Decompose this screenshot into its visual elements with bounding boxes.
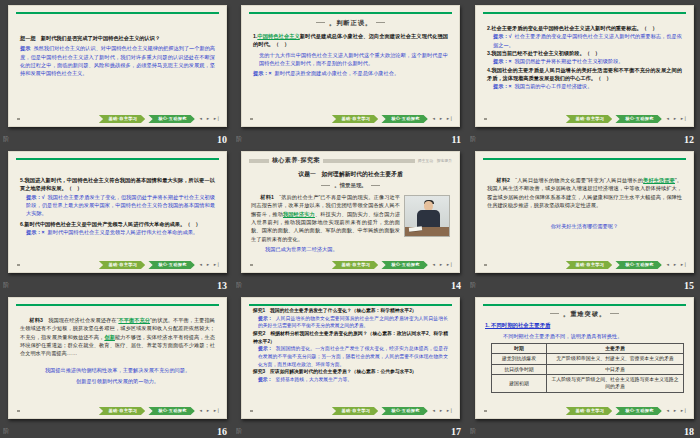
basic-study-button[interactable]: 基础·自主学习 — [332, 261, 379, 270]
slide-nav-icons[interactable]: ◄ ► ►▏ — [666, 408, 689, 414]
table-cell: 工人阶级与资产阶级之间、社会主义道路与资本主义道路之间的矛盾 — [547, 375, 684, 393]
corner-mark-icon — [250, 264, 253, 267]
slide-16[interactable]: 材料3 我国现在经济社会发展还存在“不平衡不充分”的状况。不平衡，主要指民生领域… — [8, 297, 227, 419]
slide-nav-icons[interactable]: ◄ ► ►▏ — [432, 262, 455, 268]
core-explore-button[interactable]: 核心·互动探究 — [148, 115, 195, 124]
grid-cell: 材料2 “人民日益增长的物质文化需要”转变为“人民日益增长的美好生活需要”。我国… — [467, 146, 700, 292]
hint-line: 提示：×新时代是决胜全面建成小康社会，不是总体小康社会。 — [253, 69, 448, 77]
term-link[interactable]: 不平衡不充分 — [118, 317, 150, 323]
basic-study-button[interactable]: 基础·自主学习 — [99, 115, 146, 124]
page-number: 16 — [217, 426, 227, 437]
top-rule — [483, 158, 686, 160]
hint-label: 提示：√ — [493, 33, 512, 39]
slide-14[interactable]: 核心素养·探究案 师生互动 探索提升 议题一 如何理解新时代的社会主要矛盾 。情… — [241, 151, 460, 273]
hint-label: 提示：√ — [26, 194, 45, 200]
hint-text: 坚持基本路线，大力发展生产力等。 — [275, 377, 352, 382]
term-link[interactable]: 美好生活需要 — [643, 177, 675, 183]
basic-study-button[interactable]: 基础·自主学习 — [566, 407, 613, 416]
slide-nav-icons[interactable]: ◄ ► ►▏ — [199, 262, 222, 268]
section-header: 。情景呈现。 — [242, 181, 459, 190]
watermark-glyph: 阶 — [236, 427, 243, 436]
hint-text: 新时代中国特色社会主义是党领导人民进行伟大社会革命的成果。 — [48, 229, 198, 235]
slide-15[interactable]: 材料2 “人民日益增长的物质文化需要”转变为“人民日益增长的美好生活需要”。我国… — [475, 151, 694, 273]
hint-text: 新时代是决胜全面建成小康社会，不是总体小康社会。 — [275, 70, 400, 76]
basic-study-button[interactable]: 基础·自主学习 — [332, 407, 379, 416]
slide-17[interactable]: 探究1 我国的社会主要矛盾发生了什么变化？（核心素养：科学精神水平2） 提示：人… — [241, 297, 460, 419]
core-explore-button[interactable]: 核心·互动探究 — [148, 261, 195, 270]
section-title: 。情景呈现。 — [334, 181, 366, 190]
analysis-paragraph: 党的十九大作出中国特色社会主义进入新时代这个重大政治论断，这个新时代是中国特色社… — [253, 51, 448, 68]
decor-dash — [316, 22, 325, 23]
core-explore-button[interactable]: 核心·互动探究 — [615, 261, 662, 270]
page-number: 15 — [684, 280, 694, 291]
core-explore-button[interactable]: 核心·互动探究 — [148, 407, 195, 416]
discussion-question: 你对美好生活有哪些需要呢？ — [487, 222, 682, 230]
material-text: 我国现在经济社会发展还存在“ — [48, 317, 118, 323]
core-explore-button[interactable]: 核心·互动探究 — [381, 261, 428, 270]
watermark-glyph: 阶 — [470, 281, 477, 290]
watermark-glyph: 阶 — [3, 281, 10, 290]
inquiry-item: 探究1 我国的社会主要矛盾发生了什么变化？（核心素养：科学精神水平2） 提示：人… — [253, 307, 448, 330]
table-header-cell: 时期 — [492, 343, 547, 353]
slide-nav-icons[interactable]: ◄ ► ►▏ — [199, 408, 222, 414]
decor-dash — [610, 313, 619, 314]
core-explore-button[interactable]: 核心·互动探究 — [381, 407, 428, 416]
term-link[interactable]: 我国经济实力 — [283, 211, 315, 217]
basic-study-button[interactable]: 基础·自主学习 — [566, 115, 613, 124]
material-paragraph: 材料3 我国现在经济社会发展还存在“不平衡不充分”的状况。不平衡，主要指民生领域… — [20, 316, 215, 358]
term-link[interactable]: 创新 — [104, 334, 115, 340]
slide-nav-icons[interactable]: ◄ ► ►▏ — [666, 116, 689, 122]
basic-study-button[interactable]: 基础·自主学习 — [566, 261, 613, 270]
slide-footer: 基础·自主学习 核心·互动探究 ◄ ► ►▏ — [248, 407, 455, 416]
basic-study-button[interactable]: 基础·自主学习 — [332, 115, 379, 124]
core-explore-button[interactable]: 核心·互动探究 — [381, 115, 428, 124]
slide-nav-icons[interactable]: ◄ ► ►▏ — [432, 116, 455, 122]
slide-13[interactable]: 5.我国进入新时代，中国特色社会主义符合我国的基本国情和最大实际，所以要一以贯之… — [8, 151, 227, 273]
inquiry-item: 探究2 根据材料分析我国社会主要矛盾变化的原因？（核心素养：政治认同水平2、科学… — [253, 330, 448, 368]
basic-study-button[interactable]: 基础·自主学习 — [99, 407, 146, 416]
hint-text: 社会主要矛盾的变化是中国特色社会主义进入新时代的重要标志，也是依据之一。 — [493, 33, 682, 47]
material-text: “人民日益增长的物质文化需要”转变为“人民日益增长的 — [515, 177, 643, 183]
slide-nav-icons[interactable]: ◄ ► ►▏ — [432, 408, 455, 414]
term-link[interactable]: 中国特色社会主义 — [257, 33, 299, 39]
section-title: 。判断正误。 — [329, 18, 372, 28]
material-label: 材料3 — [29, 317, 42, 323]
key-point-subtitle: 不同时期社会主要矛盾不同，说明矛盾具有转换性。 — [503, 332, 684, 340]
top-rule — [249, 12, 452, 14]
table-row: 建国初期 工人阶级与资产阶级之间、社会主义道路与资本主义道路之间的矛盾 — [492, 375, 684, 393]
slide-10[interactable]: 想一想 新时代我们是否完成了对中国特色社会主义的认识？ 提示虽然我们对社会主义的… — [8, 5, 227, 127]
slide-18[interactable]: 。重难突破。 1. 不同时期的社会主要矛盾 不同时期社会主要矛盾不同，说明矛盾具… — [475, 297, 694, 419]
section-header: 。重难突破。 — [476, 309, 693, 319]
slide-nav-icons[interactable]: ◄ ► ►▏ — [666, 262, 689, 268]
lesson-header: 核心素养·探究案 师生互动 探索提升 — [249, 156, 452, 166]
tf-question: 6.新时代中国特色社会主义是中国共产党领导人民进行伟大革命的成果。（ ） — [20, 220, 215, 228]
inquiry-item: 探究3 应该如何解决新时代的社会主要矛盾？（核心素养：公共参与水平3） 提示：坚… — [253, 368, 448, 383]
grid-cell: 2.社会主要矛盾的变化是中国特色社会主义进入新时代的重要标志。（ ） 提示：√社… — [467, 0, 700, 146]
slide-footer: 基础·自主学习 核心·互动探究 ◄ ► ►▏ — [482, 261, 689, 270]
photo-paper — [409, 226, 422, 231]
core-explore-button[interactable]: 核心·互动探究 — [615, 407, 662, 416]
hint-line: 提示：×新时代中国特色社会主义是党领导人民进行伟大社会革命的成果。 — [20, 228, 215, 236]
watermark-glyph: 阶 — [470, 427, 477, 436]
grid-cell: 探究1 我国的社会主要矛盾发生了什么变化？（核心素养：科学精神水平2） 提示：人… — [233, 292, 467, 438]
slide-footer: 基础·自主学习 核心·互动探究 ◄ ► ►▏ — [482, 407, 689, 416]
material-label: 材料2 — [496, 177, 510, 183]
page-number: 13 — [217, 280, 227, 291]
hint-label: 提示： — [258, 346, 273, 351]
slide-11[interactable]: 。判断正误。 1.中国特色社会主义新时代是建成总体小康社会、迈向全面建设社会主义… — [241, 5, 460, 127]
hint-text: 我国国情的变化。一方面社会生产发生了很大变化，经济实力总体提高，但是存在发展的不… — [258, 346, 448, 366]
slide-12[interactable]: 2.社会主要矛盾的变化是中国特色社会主义进入新时代的重要标志。（ ） 提示：√社… — [475, 5, 694, 127]
inquiry-question: 探究2 根据材料分析我国社会主要矛盾变化的原因？（核心素养：政治认同水平2、科学… — [253, 330, 448, 345]
hint-label: 提示：× — [493, 83, 512, 89]
inquiry-question: 探究1 我国的社会主要矛盾发生了什么变化？（核心素养：科学精神水平2） — [253, 307, 448, 315]
lesson-header-subtitle: 师生互动 探索提升 — [418, 158, 452, 164]
hint-label: 提示：× — [26, 229, 45, 235]
basic-study-button[interactable]: 基础·自主学习 — [99, 261, 146, 270]
core-explore-button[interactable]: 核心·互动探究 — [615, 115, 662, 124]
tf-question: 3.我国当前已经不处于社会主义初级阶段。（ ） — [487, 49, 682, 57]
watermark-glyph: 阶 — [3, 427, 10, 436]
decor-dash — [550, 313, 559, 314]
slide-nav-icons[interactable]: ◄ ► ►▏ — [199, 116, 222, 122]
watermark-glyph: 阶 — [470, 135, 477, 144]
header-bar — [323, 159, 415, 163]
